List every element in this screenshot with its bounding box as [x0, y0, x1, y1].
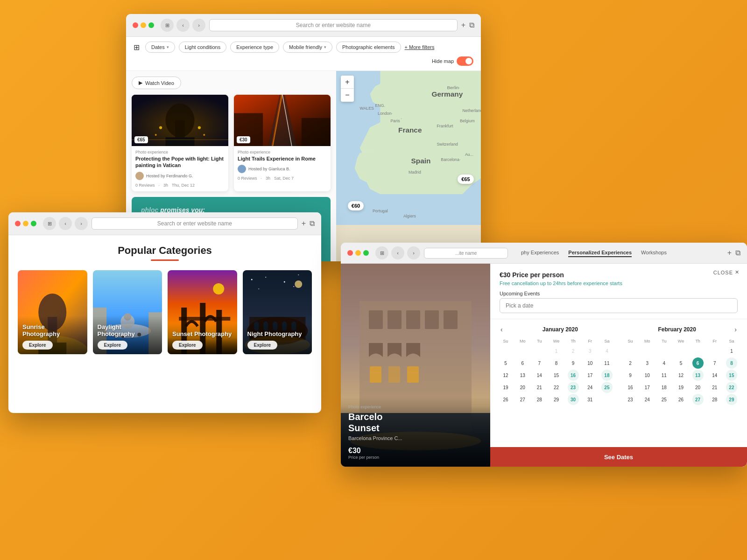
close-dot[interactable] [133, 22, 138, 28]
cal-day-23[interactable]: 23 [568, 382, 579, 393]
forward-button[interactable]: › [192, 19, 205, 32]
listing-card-2[interactable]: €30 Photo experience Light Trails Experi… [234, 95, 331, 191]
category-night[interactable]: Night Photography Explore [243, 270, 312, 354]
card-2-host: Hosted by Gianluca B. [238, 165, 327, 173]
new-tab-icon[interactable]: + [461, 21, 465, 29]
cal-day-empty [692, 345, 704, 357]
category-daylight[interactable]: Daylight Photography Explore [93, 270, 162, 354]
booking-browser-nav: ⊞ ‹ › [375, 246, 420, 259]
cat-maximize-dot[interactable] [31, 221, 36, 226]
cat-sidebar-icon[interactable]: ⊞ [43, 217, 56, 230]
more-filters-btn[interactable]: + More filters [405, 44, 435, 50]
light-conditions-filter[interactable]: Light conditions [179, 42, 226, 53]
maximize-dot[interactable] [148, 22, 154, 28]
experience-overlay: Photo experience BarceloSunset Barcelona… [341, 397, 490, 467]
cal-day-3: 3 [585, 345, 596, 357]
listing-card-1[interactable]: €65 Photo experience Protecting the Pope… [132, 95, 228, 191]
cat-back-button[interactable]: ‹ [59, 217, 72, 230]
dates-filter[interactable]: Dates ▾ [145, 42, 175, 53]
category-sunrise[interactable]: Sunrise Photography Explore [18, 270, 87, 354]
cal-day-13[interactable]: 13 [692, 370, 704, 381]
booking-address-bar[interactable]: ...ite name [424, 248, 508, 259]
cal-day-8: 8 [550, 357, 562, 369]
booking-maximize-dot[interactable] [363, 250, 369, 256]
browser-nav: ⊞ ‹ › [161, 19, 205, 32]
categories-content: Popular Categories [8, 235, 321, 413]
cal-day-27[interactable]: 27 [692, 394, 704, 405]
cal-day-29: 29 [550, 394, 562, 405]
cat-copy-icon[interactable]: ⧉ [310, 219, 315, 228]
booking-copy-icon[interactable]: ⧉ [735, 249, 740, 257]
address-bar[interactable]: Search or enter website name [209, 19, 458, 31]
day-header-we: We [548, 338, 564, 344]
sidebar-icon[interactable]: ⊞ [161, 19, 174, 32]
price-pin-60[interactable]: €60 [348, 201, 364, 210]
jan-header: ‹ January 2020 [498, 325, 615, 334]
card-2-price: €30 [237, 136, 250, 143]
cal-day-22[interactable]: 22 [726, 382, 737, 393]
daylight-explore-button[interactable]: Explore [98, 341, 128, 350]
booking-nav-tabs: phy Experiences Personalized Experiences… [521, 249, 667, 257]
cal-day-8[interactable]: 8 [726, 357, 737, 369]
copy-icon[interactable]: ⧉ [469, 21, 474, 29]
experience-image-panel: Photo experience BarceloSunset Barcelona… [341, 264, 490, 467]
cat-close-dot[interactable] [15, 221, 21, 226]
card-2-day: Sat, Dec 7 [274, 176, 294, 181]
photographic-elements-filter[interactable]: Photographic elements [336, 42, 401, 53]
next-month-button[interactable]: › [732, 325, 740, 334]
booking-new-tab-icon[interactable]: + [727, 249, 732, 257]
minimize-dot[interactable] [141, 22, 146, 28]
cal-day-18[interactable]: 18 [601, 370, 613, 381]
cal-day-empty [534, 345, 545, 357]
cat-new-tab-icon[interactable]: + [302, 219, 306, 228]
price-pin-65[interactable]: €65 [458, 175, 473, 184]
tab-phy-experiences[interactable]: phy Experiences [521, 249, 559, 257]
cal-day-6[interactable]: 6 [692, 357, 704, 369]
cal-day-15[interactable]: 15 [726, 370, 737, 381]
cal-day-30[interactable]: 30 [568, 394, 579, 405]
tab-personalized[interactable]: Personalized Experiences [568, 249, 632, 257]
cal-day-27: 27 [517, 394, 528, 405]
svg-rect-79 [444, 310, 458, 329]
categories-browser-window: ⊞ ‹ › Search or enter website name + ⧉ P… [8, 212, 321, 413]
night-explore-button[interactable]: Explore [247, 341, 278, 350]
calendar-container: ‹ January 2020 SuMoTuWeThFrSa12345678910… [490, 319, 747, 411]
zoom-in-button[interactable]: + [341, 76, 354, 89]
cat-forward-button[interactable]: › [75, 217, 88, 230]
sunset-explore-button[interactable]: Explore [172, 341, 203, 350]
cal-day-16[interactable]: 16 [568, 370, 579, 381]
sunrise-explore-button[interactable]: Explore [22, 341, 53, 350]
cat-address-bar[interactable]: Search or enter website name [92, 217, 298, 230]
back-button[interactable]: ‹ [176, 19, 190, 32]
main-browser-toolbar: ⊞ ‹ › Search or enter website name + ⧉ [126, 14, 481, 37]
hide-map-toggle[interactable] [457, 56, 473, 66]
booking-back-button[interactable]: ‹ [391, 246, 404, 259]
exp-title: BarceloSunset [348, 411, 483, 434]
cal-day-21: 21 [534, 382, 545, 393]
see-dates-button[interactable]: See Dates [490, 447, 747, 467]
categories-underline [151, 259, 179, 261]
svg-point-5 [198, 126, 201, 129]
cal-day-29[interactable]: 29 [726, 394, 737, 405]
booking-close-dot[interactable] [347, 250, 353, 256]
tab-workshops[interactable]: Workshops [641, 249, 667, 257]
host-2-name: Hosted by Gianluca B. [248, 167, 290, 171]
booking-forward-button[interactable]: › [407, 246, 420, 259]
close-booking-button[interactable]: CLOSE ✕ [713, 269, 740, 275]
feb-header: February 2020 › [622, 325, 740, 334]
cat-minimize-dot[interactable] [23, 221, 28, 226]
zoom-out-button[interactable]: − [341, 89, 354, 102]
cat-browser-actions: + ⧉ [302, 219, 315, 228]
booking-sidebar-icon[interactable]: ⊞ [375, 246, 388, 259]
experience-type-filter[interactable]: Experience type [230, 42, 279, 53]
cal-day-15: 15 [550, 370, 562, 381]
price-per-person-label: €30 Price per person [500, 271, 738, 279]
mobile-friendly-filter[interactable]: Mobile friendly ▾ [283, 42, 332, 53]
category-sunset[interactable]: Sunset Photography Explore [168, 270, 237, 354]
date-picker-input[interactable] [500, 298, 738, 313]
watch-video-button[interactable]: ▶ Watch Video [132, 77, 181, 89]
prev-month-button[interactable]: ‹ [498, 325, 506, 334]
booking-minimize-dot[interactable] [355, 250, 361, 256]
cal-day-25[interactable]: 25 [601, 382, 613, 393]
svg-text:Germany: Germany [432, 90, 463, 98]
